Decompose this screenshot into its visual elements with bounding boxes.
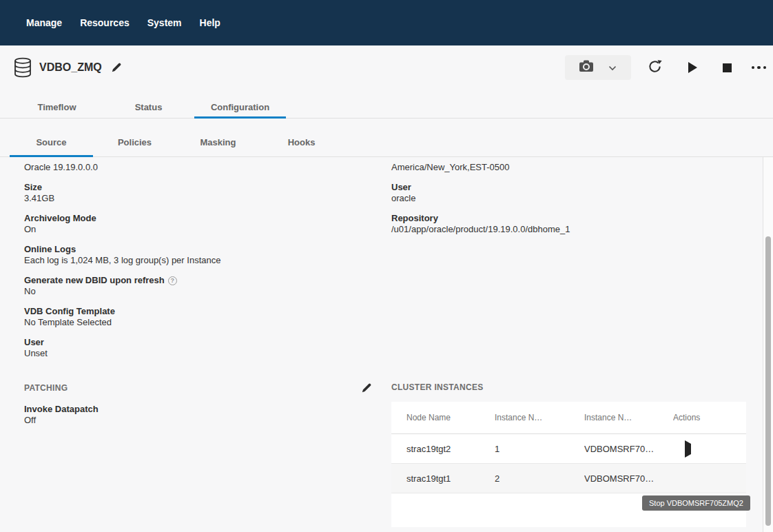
field-label: VDB Config Template: [24, 306, 391, 317]
camera-icon: [579, 60, 594, 75]
edit-section-pencil-icon[interactable]: [361, 382, 372, 393]
play-icon: [688, 62, 697, 73]
nav-item-system[interactable]: System: [138, 17, 191, 28]
vertical-scrollbar-thumb[interactable]: [765, 236, 771, 526]
source-panel: Oracle 19.19.0.0.0 Size 3.41GB Archivelo…: [0, 157, 773, 532]
ellipsis-icon: [752, 66, 755, 70]
column-header-instance-number: Instance N…: [495, 413, 584, 422]
table-header-row: Node Name Instance N… Instance N… Action…: [391, 402, 746, 434]
subtab-source[interactable]: Source: [10, 119, 93, 156]
field-label: User: [24, 337, 391, 348]
cell-node-name: strac19tgt2: [406, 444, 495, 454]
field-label: User: [391, 182, 773, 193]
field-invoke-datapatch: Invoke Datapatch Off: [24, 404, 391, 426]
field-label: Size: [24, 182, 391, 193]
patching-section-title: PATCHING: [24, 383, 68, 393]
refresh-button[interactable]: [647, 59, 663, 76]
field-value: No Template Selected: [24, 317, 391, 328]
column-header-instance-name: Instance N…: [584, 413, 673, 422]
field-online-logs: Online Logs Each log is 1,024 MB, 3 log …: [24, 244, 391, 266]
configuration-sub-tab-bar: Source Policies Masking Hooks: [0, 119, 773, 157]
start-vdb-button[interactable]: [688, 62, 697, 73]
stop-vdb-button[interactable]: [723, 63, 732, 72]
column-header-actions: Actions: [673, 413, 746, 422]
nav-item-resources[interactable]: Resources: [71, 17, 138, 28]
tab-status[interactable]: Status: [103, 90, 194, 118]
field-label: Online Logs: [24, 244, 391, 255]
refresh-icon: [647, 59, 663, 76]
field-timezone: America/New_York,EST-0500: [391, 162, 773, 173]
field-value: 3.41GB: [24, 193, 391, 204]
source-left-column: Oracle 19.19.0.0.0 Size 3.41GB Archivelo…: [24, 162, 391, 382]
field-value: /u01/app/oracle/product/19.19.0.0/dbhome…: [391, 224, 773, 235]
cell-instance-number: 1: [495, 444, 584, 454]
tab-configuration[interactable]: Configuration: [194, 90, 286, 118]
page-title: VDBO_ZMQ: [39, 61, 102, 74]
field-value: Each log is 1,024 MB, 3 log group(s) per…: [24, 255, 391, 266]
field-value: America/New_York,EST-0500: [391, 162, 773, 173]
cluster-instances-title: CLUSTER INSTANCES: [391, 382, 773, 393]
primary-tab-bar: Timeflow Status Configuration: [0, 90, 773, 119]
field-vdb-config-template: VDB Config Template No Template Selected: [24, 306, 391, 328]
cell-instance-name: VDBOMSRF70…: [584, 473, 673, 484]
chevron-down-icon[interactable]: [608, 61, 617, 74]
entity-action-bar: [565, 55, 767, 80]
table-row: strac19tgt1 2 VDBOMSRF70…: [391, 464, 746, 493]
column-header-node-name: Node Name: [406, 413, 495, 422]
field-user-left: User Unset: [24, 337, 391, 359]
table-row: strac19tgt2 1 VDBOMSRF70…: [391, 434, 746, 464]
subtab-masking[interactable]: Masking: [176, 119, 260, 156]
nav-item-manage[interactable]: Manage: [17, 17, 71, 28]
source-right-column: America/New_York,EST-0500 User oracle Re…: [391, 162, 773, 382]
field-label: Generate new DBID upon refresh: [24, 275, 165, 285]
field-value: oracle: [391, 193, 773, 204]
subtab-policies[interactable]: Policies: [93, 119, 176, 156]
top-nav-bar: Manage Resources System Help: [0, 0, 773, 45]
nav-item-help[interactable]: Help: [191, 17, 229, 28]
field-user-right: User oracle: [391, 182, 773, 204]
field-label: Archivelog Mode: [24, 213, 391, 224]
database-icon: [14, 57, 32, 78]
snapshot-button[interactable]: [565, 55, 631, 80]
tab-timeflow[interactable]: Timeflow: [11, 90, 103, 118]
action-tooltip: Stop VDBOMSRF705ZMQ2: [642, 495, 750, 511]
cell-instance-number: 2: [495, 473, 584, 484]
cell-instance-name: VDBOMSRF70…: [584, 444, 673, 454]
entity-header: VDBO_ZMQ: [0, 45, 773, 90]
field-value: Unset: [24, 348, 391, 359]
patching-section: PATCHING Invoke Datapatch Off: [24, 382, 391, 527]
field-size: Size 3.41GB: [24, 182, 391, 204]
subtab-hooks[interactable]: Hooks: [260, 119, 343, 156]
field-value: On: [24, 224, 391, 235]
question-circle-icon[interactable]: ?: [168, 276, 177, 285]
field-value: Off: [24, 415, 391, 426]
field-label: Repository: [391, 213, 773, 224]
field-value: Oracle 19.19.0.0.0: [24, 162, 391, 173]
field-repository: Repository /u01/app/oracle/product/19.19…: [391, 213, 773, 235]
field-value: No: [24, 286, 391, 297]
field-label: Invoke Datapatch: [24, 404, 391, 415]
cell-node-name: strac19tgt1: [406, 473, 495, 484]
start-instance-play-icon[interactable]: [685, 440, 691, 458]
field-archivelog-mode: Archivelog Mode On: [24, 213, 391, 235]
edit-title-pencil-icon[interactable]: [111, 62, 122, 73]
stop-icon: [723, 63, 732, 72]
field-database-version: Oracle 19.19.0.0.0: [24, 162, 391, 173]
vertical-scrollbar-track[interactable]: [763, 157, 773, 532]
more-actions-button[interactable]: [752, 66, 767, 70]
field-generate-new-dbid: Generate new DBID upon refresh? No: [24, 275, 391, 297]
